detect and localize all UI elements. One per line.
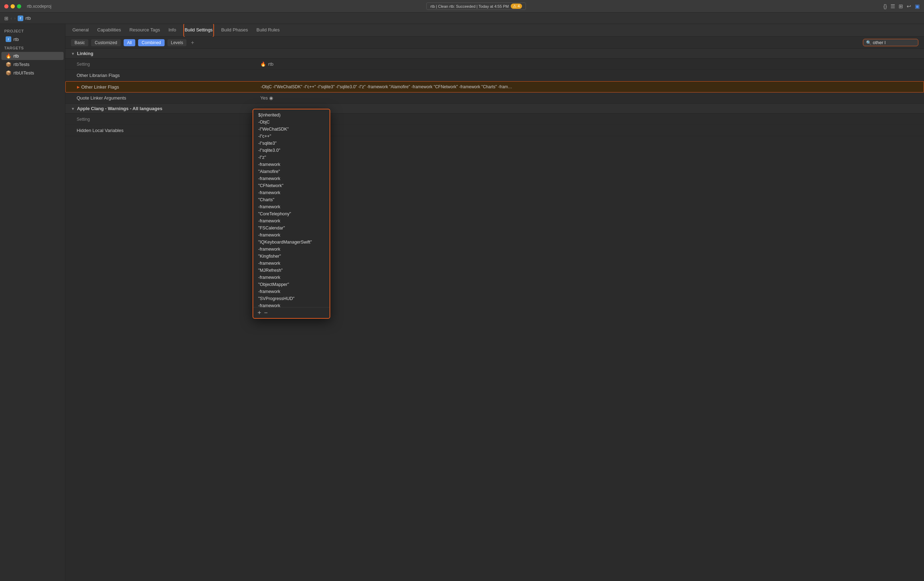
traffic-lights[interactable] <box>4 4 21 8</box>
popup-item-17[interactable]: -framework <box>253 232 330 239</box>
linker-flags-popup[interactable]: $(inherited) -ObjC -l"WeChatSDK" -l"c++"… <box>252 109 330 319</box>
tab-info[interactable]: Info <box>168 25 176 36</box>
popup-list: $(inherited) -ObjC -l"WeChatSDK" -l"c++"… <box>253 109 330 307</box>
popup-add-button[interactable]: + <box>257 309 261 316</box>
tab-build-rules[interactable]: Build Rules <box>256 25 280 36</box>
popup-item-24[interactable]: "ObjectMapper" <box>253 281 330 288</box>
project-section-label: PROJECT <box>0 27 65 35</box>
popup-item-5[interactable]: -l"sqlite3.0" <box>253 147 330 154</box>
section-chevron-icon: ▼ <box>71 51 75 56</box>
code-icon[interactable]: {} <box>883 3 887 10</box>
popup-item-19[interactable]: -framework <box>253 246 330 253</box>
popup-item-25[interactable]: -framework <box>253 288 330 295</box>
row-other-linker[interactable]: ▶ Other Linker Flags -ObjC -l"WeChatSDK"… <box>65 81 924 92</box>
sidebar-toggle-icon[interactable]: ▣ <box>915 3 920 10</box>
filter-all[interactable]: All <box>124 39 135 46</box>
build-status: rtb | Clean rtb: Succeeded | Today at 4:… <box>426 2 526 10</box>
section-linking-label: Linking <box>77 51 93 56</box>
popup-item-12[interactable]: "Charts" <box>253 196 330 203</box>
sidebar-item-rtb[interactable]: 🔥 rtb <box>2 52 64 60</box>
popup-item-21[interactable]: -framework <box>253 260 330 267</box>
toolbar-icons: {} ☰ ⊞ ↩ ▣ <box>883 3 920 10</box>
content-area: General Capabilities Resource Tags Info … <box>65 24 924 581</box>
popup-remove-button[interactable]: − <box>264 309 268 316</box>
close-button[interactable] <box>4 4 8 8</box>
row-hidden-local[interactable]: Hidden Local Variables <box>65 125 924 136</box>
popup-item-7[interactable]: -framework <box>253 161 330 168</box>
popup-item-14[interactable]: "CoreTelephony" <box>253 211 330 217</box>
popup-item-15[interactable]: -framework <box>253 217 330 224</box>
tab-bar: General Capabilities Resource Tags Info … <box>65 24 924 37</box>
popup-item-6[interactable]: -l"z" <box>253 154 330 161</box>
popup-item-4[interactable]: -l"sqlite3" <box>253 140 330 147</box>
sidebar-rtbtests-label: rtbTests <box>13 62 30 67</box>
popup-item-20[interactable]: "Kingfisher" <box>253 253 330 260</box>
grid-icon[interactable]: ⊞ <box>4 15 8 21</box>
tab-capabilities[interactable]: Capabilities <box>97 25 121 36</box>
left-tab-label[interactable]: rtb.xcodeproj <box>27 4 51 9</box>
other-linker-expand-icon[interactable]: ▶ <box>77 85 80 89</box>
row-other-librarian[interactable]: Other Librarian Flags <box>65 70 924 81</box>
build-status-text: rtb | Clean rtb: Succeeded | Today at 4:… <box>430 4 509 8</box>
forward-nav-icon[interactable]: › <box>14 16 16 21</box>
row-quote-linker[interactable]: Quote Linker Arguments Yes ◉ <box>65 92 924 104</box>
popup-item-1[interactable]: -ObjC <box>253 119 330 126</box>
section-clang-header[interactable]: ▼ Apple Clang - Warnings - All languages <box>65 104 924 114</box>
back-nav-icon[interactable]: ‹ <box>11 16 12 21</box>
tab-build-phases[interactable]: Build Phases <box>221 25 248 36</box>
popup-item-23[interactable]: -framework <box>253 274 330 281</box>
quote-linker-text: Yes ◉ <box>260 95 273 100</box>
col-rtb-label: rtb <box>268 61 273 67</box>
popup-item-2[interactable]: -l"WeChatSDK" <box>253 126 330 133</box>
list-icon[interactable]: ☰ <box>891 3 895 10</box>
minimize-button[interactable] <box>11 4 15 8</box>
popup-item-22[interactable]: "MJRefresh" <box>253 267 330 274</box>
popup-item-0[interactable]: $(inherited) <box>253 112 330 119</box>
filter-customized[interactable]: Customized <box>91 39 120 46</box>
popup-footer: + − <box>253 307 330 318</box>
search-input[interactable] <box>873 40 915 45</box>
diff-icon[interactable]: ⊞ <box>899 3 903 10</box>
targets-section-label: TARGETS <box>0 44 65 51</box>
popup-item-13[interactable]: -framework <box>253 203 330 211</box>
other-linker-value: -ObjC -l"WeChatSDK" -l"c++" -l"sqlite3" … <box>256 82 924 91</box>
add-filter-button[interactable]: + <box>191 40 194 46</box>
tab-build-settings[interactable]: Build Settings <box>185 25 213 36</box>
titlebar-center: rtb | Clean rtb: Succeeded | Today at 4:… <box>99 2 853 10</box>
project-file-icon: r <box>6 36 11 42</box>
popup-item-3[interactable]: -l"c++" <box>253 133 330 140</box>
popup-item-27[interactable]: -framework <box>253 302 330 307</box>
filter-basic[interactable]: Basic <box>71 39 88 46</box>
sidebar-item-rtbuitests[interactable]: 📦 rtbUITests <box>2 69 64 77</box>
popup-item-26[interactable]: "SVProgressHUD" <box>253 295 330 302</box>
titlebar-left: rtb.xcodeproj <box>0 4 99 9</box>
nav-toolbar: ⊞ ‹ › r rtb <box>0 13 924 24</box>
popup-item-8[interactable]: "Alamofire" <box>253 168 330 175</box>
tab-general[interactable]: General <box>73 25 89 36</box>
clang-col-setting: Setting <box>65 115 256 124</box>
maximize-button[interactable] <box>17 4 21 8</box>
rtb-col-flame-icon: 🔥 <box>260 61 266 67</box>
hidden-local-value <box>256 128 924 133</box>
sidebar-item-project[interactable]: r rtb <box>2 35 64 43</box>
sidebar-item-rtbtests[interactable]: 📦 rtbTests <box>2 60 64 69</box>
titlebar: rtb.xcodeproj rtb | Clean rtb: Succeeded… <box>0 0 924 13</box>
filter-combined[interactable]: Combined <box>138 39 165 46</box>
warning-badge: ⚠ 4 <box>511 3 522 9</box>
rtbuitests-icon: 📦 <box>6 70 11 76</box>
popup-item-16[interactable]: "FSCalendar" <box>253 224 330 232</box>
popup-item-10[interactable]: "CFNetwork" <box>253 182 330 189</box>
other-linker-label: Other Linker Flags <box>81 84 119 90</box>
tab-resource-tags[interactable]: Resource Tags <box>129 25 160 36</box>
hidden-local-name: Hidden Local Variables <box>65 126 256 135</box>
filter-levels[interactable]: Levels <box>167 39 187 46</box>
quote-linker-name: Quote Linker Arguments <box>65 93 256 103</box>
other-linker-text: -ObjC -l"WeChatSDK" -l"c++" -l"sqlite3" … <box>261 84 512 89</box>
popup-item-11[interactable]: -framework <box>253 189 330 196</box>
col-rtb-container: 🔥 rtb <box>260 61 273 67</box>
back-icon[interactable]: ↩ <box>907 3 911 10</box>
section-linking-header[interactable]: ▼ Linking <box>65 49 924 59</box>
popup-item-9[interactable]: -framework <box>253 175 330 182</box>
clang-column-header-row: Setting <box>65 114 924 125</box>
popup-item-18[interactable]: "IQKeyboardManagerSwift" <box>253 239 330 246</box>
